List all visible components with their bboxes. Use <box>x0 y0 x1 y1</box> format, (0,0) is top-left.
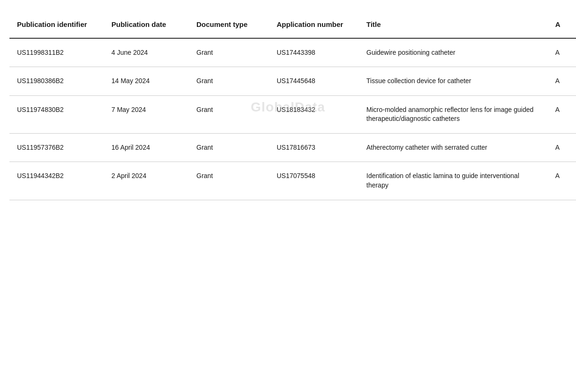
cell-app_num: US17075548 <box>269 162 359 200</box>
header-doc-type: Document type <box>189 14 269 38</box>
cell-a: A <box>548 133 576 162</box>
header-pub-date: Publication date <box>104 14 189 38</box>
cell-app_num: US17816673 <box>269 133 359 162</box>
cell-a: A <box>548 67 576 96</box>
cell-pub_date: 14 May 2024 <box>104 67 189 96</box>
cell-pub_id: US11974830B2 <box>9 95 104 133</box>
cell-pub_date: 7 May 2024 <box>104 95 189 133</box>
cell-title: Micro-molded anamorphic reflector lens f… <box>359 95 548 133</box>
cell-doc_type: Grant <box>189 38 269 67</box>
cell-app_num: US17445648 <box>269 67 359 96</box>
cell-app_num: US17443398 <box>269 38 359 67</box>
header-title: Title <box>359 14 548 38</box>
cell-doc_type: Grant <box>189 162 269 200</box>
cell-a: A <box>548 162 576 200</box>
table-container: GlobalData Publication identifier Public… <box>0 0 576 214</box>
header-pub-id: Publication identifier <box>9 14 104 38</box>
cell-pub_date: 4 June 2024 <box>104 38 189 67</box>
cell-pub_date: 16 April 2024 <box>104 133 189 162</box>
cell-title: Tissue collection device for catheter <box>359 67 548 96</box>
table-row: US11957376B216 April 2024GrantUS17816673… <box>9 133 576 162</box>
patents-table: Publication identifier Publication date … <box>9 14 576 200</box>
cell-title: Identification of elastic lamina to guid… <box>359 162 548 200</box>
cell-pub_id: US11998311B2 <box>9 38 104 67</box>
cell-a: A <box>548 95 576 133</box>
cell-pub_id: US11980386B2 <box>9 67 104 96</box>
cell-doc_type: Grant <box>189 67 269 96</box>
cell-pub_date: 2 April 2024 <box>104 162 189 200</box>
cell-pub_id: US11957376B2 <box>9 133 104 162</box>
cell-title: Guidewire positioning catheter <box>359 38 548 67</box>
cell-title: Atherectomy catheter with serrated cutte… <box>359 133 548 162</box>
header-a: A <box>548 14 576 38</box>
table-header-row: Publication identifier Publication date … <box>9 14 576 38</box>
header-app-num: Application number <box>269 14 359 38</box>
table-row: US11980386B214 May 2024GrantUS17445648Ti… <box>9 67 576 96</box>
table-row: US11974830B27 May 2024GrantUS18183432Mic… <box>9 95 576 133</box>
cell-doc_type: Grant <box>189 95 269 133</box>
cell-doc_type: Grant <box>189 133 269 162</box>
table-row: US11998311B24 June 2024GrantUS17443398Gu… <box>9 38 576 67</box>
cell-app_num: US18183432 <box>269 95 359 133</box>
cell-pub_id: US11944342B2 <box>9 162 104 200</box>
cell-a: A <box>548 38 576 67</box>
table-row: US11944342B22 April 2024GrantUS17075548I… <box>9 162 576 200</box>
